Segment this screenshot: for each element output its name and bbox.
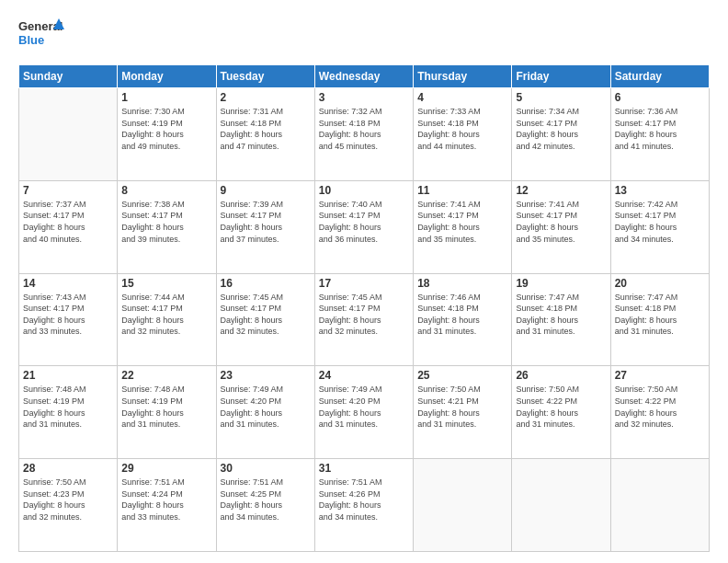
day-info: Sunrise: 7:33 AMSunset: 4:18 PMDaylight:…: [417, 106, 507, 152]
sunset-text: Sunset: 4:18 PM: [319, 118, 409, 130]
day-info: Sunrise: 7:49 AMSunset: 4:20 PMDaylight:…: [221, 384, 311, 430]
sunrise-text: Sunrise: 7:48 AM: [23, 384, 113, 396]
day-info: Sunrise: 7:42 AMSunset: 4:17 PMDaylight:…: [615, 199, 705, 245]
sunset-text: Sunset: 4:20 PM: [319, 396, 409, 408]
daylight-value: and 31 minutes.: [516, 419, 606, 431]
daylight-label: Daylight: 8 hours: [417, 315, 507, 327]
day-number: 11: [417, 184, 507, 197]
day-number: 25: [417, 369, 507, 382]
daylight-value: and 42 minutes.: [516, 141, 606, 153]
sunset-text: Sunset: 4:17 PM: [121, 210, 211, 222]
calendar-day: 6Sunrise: 7:36 AMSunset: 4:17 PMDaylight…: [610, 88, 709, 181]
calendar-day: 28Sunrise: 7:50 AMSunset: 4:23 PMDayligh…: [19, 459, 118, 552]
daylight-value: and 34 minutes.: [615, 234, 705, 246]
calendar-day: 17Sunrise: 7:45 AMSunset: 4:17 PMDayligh…: [314, 273, 413, 366]
sunrise-text: Sunrise: 7:40 AM: [319, 199, 409, 211]
day-number: 31: [319, 462, 409, 475]
day-number: 20: [615, 277, 705, 290]
daylight-value: and 32 minutes.: [23, 511, 113, 523]
calendar-day: 18Sunrise: 7:46 AMSunset: 4:18 PMDayligh…: [414, 273, 512, 366]
daylight-value: and 33 minutes.: [121, 511, 211, 523]
day-number: 13: [615, 184, 705, 197]
weekday-header-tuesday: Tuesday: [216, 65, 314, 88]
calendar-header: SundayMondayTuesdayWednesdayThursdayFrid…: [19, 65, 710, 88]
sunrise-text: Sunrise: 7:42 AM: [615, 199, 705, 211]
calendar-day: 19Sunrise: 7:47 AMSunset: 4:18 PMDayligh…: [512, 273, 610, 366]
day-number: 10: [319, 184, 409, 197]
day-info: Sunrise: 7:32 AMSunset: 4:18 PMDaylight:…: [319, 106, 409, 152]
sunrise-text: Sunrise: 7:50 AM: [417, 384, 507, 396]
logo-svg: General Blue: [18, 17, 64, 55]
day-info: Sunrise: 7:39 AMSunset: 4:17 PMDaylight:…: [221, 199, 311, 245]
sunrise-text: Sunrise: 7:49 AM: [221, 384, 311, 396]
sunset-text: Sunset: 4:17 PM: [221, 210, 311, 222]
day-number: 1: [121, 91, 211, 104]
day-info: Sunrise: 7:50 AMSunset: 4:21 PMDaylight:…: [417, 384, 507, 430]
day-info: Sunrise: 7:43 AMSunset: 4:17 PMDaylight:…: [23, 292, 113, 338]
calendar-day: 29Sunrise: 7:51 AMSunset: 4:24 PMDayligh…: [118, 459, 216, 552]
sunset-text: Sunset: 4:17 PM: [23, 303, 113, 315]
daylight-value: and 31 minutes.: [516, 326, 606, 338]
daylight-label: Daylight: 8 hours: [319, 315, 409, 327]
day-info: Sunrise: 7:41 AMSunset: 4:17 PMDaylight:…: [516, 199, 606, 245]
day-number: 24: [319, 369, 409, 382]
daylight-value: and 44 minutes.: [417, 141, 507, 153]
calendar-day: 7Sunrise: 7:37 AMSunset: 4:17 PMDaylight…: [19, 180, 118, 273]
daylight-value: and 31 minutes.: [23, 419, 113, 431]
sunset-text: Sunset: 4:17 PM: [319, 210, 409, 222]
daylight-label: Daylight: 8 hours: [221, 408, 311, 419]
sunset-text: Sunset: 4:17 PM: [615, 118, 705, 130]
sunrise-text: Sunrise: 7:48 AM: [121, 384, 211, 396]
daylight-label: Daylight: 8 hours: [221, 222, 311, 234]
calendar-day: 22Sunrise: 7:48 AMSunset: 4:19 PMDayligh…: [118, 366, 216, 459]
sunrise-text: Sunrise: 7:32 AM: [319, 106, 409, 118]
sunrise-text: Sunrise: 7:51 AM: [319, 477, 409, 488]
daylight-label: Daylight: 8 hours: [516, 129, 606, 141]
daylight-label: Daylight: 8 hours: [417, 222, 507, 234]
daylight-label: Daylight: 8 hours: [221, 500, 311, 511]
calendar-day: 30Sunrise: 7:51 AMSunset: 4:25 PMDayligh…: [216, 459, 314, 552]
calendar-day: 14Sunrise: 7:43 AMSunset: 4:17 PMDayligh…: [19, 273, 118, 366]
day-number: 2: [221, 91, 311, 104]
header: General Blue: [18, 17, 710, 55]
day-number: 14: [23, 277, 113, 290]
calendar-day: 23Sunrise: 7:49 AMSunset: 4:20 PMDayligh…: [216, 366, 314, 459]
day-number: 12: [516, 184, 606, 197]
sunrise-text: Sunrise: 7:43 AM: [23, 292, 113, 304]
daylight-label: Daylight: 8 hours: [417, 408, 507, 419]
sunrise-text: Sunrise: 7:50 AM: [615, 384, 705, 396]
calendar-body: 1Sunrise: 7:30 AMSunset: 4:19 PMDaylight…: [19, 88, 710, 552]
calendar-week-2: 7Sunrise: 7:37 AMSunset: 4:17 PMDaylight…: [19, 180, 710, 273]
daylight-label: Daylight: 8 hours: [615, 222, 705, 234]
sunset-text: Sunset: 4:25 PM: [221, 488, 311, 500]
sunrise-text: Sunrise: 7:39 AM: [221, 199, 311, 211]
sunset-text: Sunset: 4:18 PM: [516, 303, 606, 315]
calendar-day: 3Sunrise: 7:32 AMSunset: 4:18 PMDaylight…: [314, 88, 413, 181]
day-number: 8: [121, 184, 211, 197]
daylight-label: Daylight: 8 hours: [615, 408, 705, 419]
calendar-day: [512, 459, 610, 552]
daylight-label: Daylight: 8 hours: [319, 408, 409, 419]
calendar-week-4: 21Sunrise: 7:48 AMSunset: 4:19 PMDayligh…: [19, 366, 710, 459]
sunrise-text: Sunrise: 7:44 AM: [121, 292, 211, 304]
day-info: Sunrise: 7:40 AMSunset: 4:17 PMDaylight:…: [319, 199, 409, 245]
sunrise-text: Sunrise: 7:50 AM: [23, 477, 113, 488]
daylight-value: and 32 minutes.: [319, 326, 409, 338]
day-info: Sunrise: 7:37 AMSunset: 4:17 PMDaylight:…: [23, 199, 113, 245]
calendar-day: 24Sunrise: 7:49 AMSunset: 4:20 PMDayligh…: [314, 366, 413, 459]
daylight-value: and 31 minutes.: [417, 419, 507, 431]
calendar-day: 27Sunrise: 7:50 AMSunset: 4:22 PMDayligh…: [610, 366, 709, 459]
day-info: Sunrise: 7:47 AMSunset: 4:18 PMDaylight:…: [516, 292, 606, 338]
daylight-label: Daylight: 8 hours: [23, 500, 113, 511]
weekday-header-wednesday: Wednesday: [314, 65, 413, 88]
calendar-day: 11Sunrise: 7:41 AMSunset: 4:17 PMDayligh…: [414, 180, 512, 273]
daylight-value: and 31 minutes.: [417, 326, 507, 338]
sunrise-text: Sunrise: 7:45 AM: [319, 292, 409, 304]
sunset-text: Sunset: 4:17 PM: [615, 210, 705, 222]
weekday-row: SundayMondayTuesdayWednesdayThursdayFrid…: [19, 65, 710, 88]
calendar-day: 26Sunrise: 7:50 AMSunset: 4:22 PMDayligh…: [512, 366, 610, 459]
daylight-value: and 35 minutes.: [516, 234, 606, 246]
day-info: Sunrise: 7:44 AMSunset: 4:17 PMDaylight:…: [121, 292, 211, 338]
day-number: 6: [615, 91, 705, 104]
page: General Blue SundayMondayTuesdayWednesda…: [0, 0, 728, 563]
